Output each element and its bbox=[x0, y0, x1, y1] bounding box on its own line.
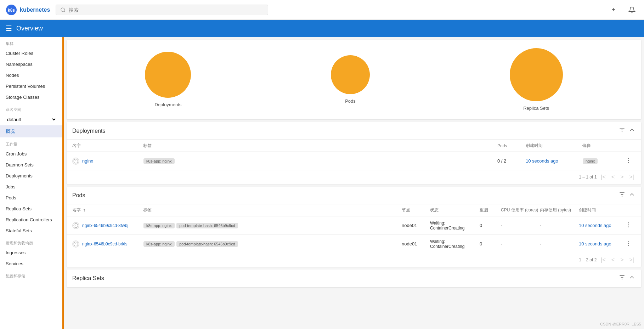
dep-row-name-col: nginx bbox=[72, 158, 143, 165]
pods-label: Pods bbox=[345, 98, 356, 104]
tag-chip: pod-template-hash: 6546b9c9cd bbox=[176, 223, 238, 228]
dep-row-name[interactable]: nginx bbox=[82, 158, 93, 164]
col-create-time: 创建时间 bbox=[526, 143, 582, 149]
dep-next-page-btn[interactable]: > bbox=[619, 173, 625, 181]
add-button[interactable]: + bbox=[607, 4, 620, 16]
svg-point-10 bbox=[628, 158, 629, 159]
svg-point-25 bbox=[628, 241, 629, 242]
tag-chip: k8s-app: nginx bbox=[143, 223, 175, 228]
col-label: 标签 bbox=[143, 143, 497, 149]
deployments-table: Deployments 名字 标签 Pods 创建时间 镜像 bbox=[67, 122, 641, 184]
pod-next-page-btn[interactable]: > bbox=[619, 256, 625, 264]
pod-row-0-labels: k8s-app: nginx pod-template-hash: 6546b9… bbox=[143, 222, 402, 229]
deployments-collapse-icon[interactable] bbox=[628, 126, 635, 135]
svg-text:k8s: k8s bbox=[8, 8, 15, 13]
dep-first-page-btn[interactable]: |< bbox=[599, 173, 607, 181]
svg-point-26 bbox=[628, 243, 629, 244]
pod-last-page-btn[interactable]: >| bbox=[628, 256, 636, 264]
sidebar-item-persistent-volumes[interactable]: Persistent Volumes bbox=[0, 81, 62, 92]
pods-collapse-icon[interactable] bbox=[628, 191, 635, 200]
page-title: Overview bbox=[16, 25, 43, 32]
pod-col-status: 状态 bbox=[430, 207, 480, 213]
sidebar-item-daemon-sets[interactable]: Daemon Sets bbox=[0, 159, 62, 170]
sidebar-item-storage-classes[interactable]: Storage Classes bbox=[0, 92, 62, 103]
pod-row-0-status: Waiting: ContainerCreating bbox=[430, 221, 480, 231]
pod-row-1-time-link[interactable]: 10 seconds ago bbox=[579, 241, 611, 246]
pods-col-headers: 名字 标签 节点 状态 重启 CPU 使用率 (cores) 内存使用 (byt… bbox=[67, 204, 641, 216]
summary-deployments: Deployments bbox=[145, 52, 191, 107]
summary-pods: Pods bbox=[331, 55, 370, 104]
pod-row-0-more[interactable] bbox=[625, 221, 635, 229]
replica-sets-collapse-icon[interactable] bbox=[628, 274, 635, 283]
pod-col-mem: 内存使用 (bytes) bbox=[540, 207, 579, 213]
config-section-label: 配置和存储 bbox=[0, 269, 62, 280]
notification-button[interactable] bbox=[626, 4, 638, 16]
search-input[interactable] bbox=[69, 7, 264, 13]
sidebar-item-replication-controllers[interactable]: Replication Controllers bbox=[0, 214, 62, 225]
bell-icon bbox=[628, 6, 635, 13]
col-name: 名字 bbox=[72, 143, 143, 149]
pods-pagination: 1 – 2 of 2 |< < > >| bbox=[67, 253, 641, 267]
pods-header-actions bbox=[618, 191, 635, 200]
dep-row-time: 10 seconds ago bbox=[526, 158, 582, 164]
pod-first-page-btn[interactable]: |< bbox=[599, 256, 607, 264]
kubernetes-logo-icon: k8s bbox=[6, 4, 17, 16]
sidebar-item-pods[interactable]: Pods bbox=[0, 192, 62, 203]
sidebar-item-services[interactable]: Services bbox=[0, 258, 62, 269]
top-bar: k8s kubernetes + bbox=[0, 0, 644, 20]
pod-col-cpu: CPU 使用率 (cores) bbox=[501, 207, 540, 213]
pod-row-0-name[interactable]: nginx-6546b9c9cd-8fwbj bbox=[82, 223, 128, 228]
search-bar[interactable] bbox=[56, 5, 268, 15]
replica-sets-title: Replica Sets bbox=[72, 275, 104, 282]
sidebar-item-ingresses[interactable]: Ingresses bbox=[0, 247, 62, 258]
dep-prev-page-btn[interactable]: < bbox=[610, 173, 616, 181]
pods-table-header: Pods bbox=[67, 187, 641, 204]
pod-col-restart: 重启 bbox=[480, 207, 501, 213]
pod-row-1-name[interactable]: nginx-6546b9c9cd-brkls bbox=[82, 242, 127, 246]
menu-icon[interactable]: ☰ bbox=[6, 24, 12, 33]
sidebar-item-overview[interactable]: 概况 bbox=[0, 125, 62, 137]
sidebar-item-namespaces[interactable]: Namespaces bbox=[0, 59, 62, 70]
sidebar-item-deployments[interactable]: Deployments bbox=[0, 170, 62, 181]
pod-row-0-name-col: nginx-6546b9c9cd-8fwbj bbox=[72, 222, 143, 229]
pod-row-0-memory: - bbox=[540, 223, 579, 228]
table-row: nginx-6546b9c9cd-brkls k8s-app: nginx po… bbox=[67, 235, 641, 253]
dep-last-page-btn[interactable]: >| bbox=[628, 173, 636, 181]
sidebar-item-jobs[interactable]: Jobs bbox=[0, 181, 62, 192]
logo-text: kubernetes bbox=[20, 7, 50, 13]
namespace-selector[interactable]: default bbox=[0, 114, 62, 125]
pod-row-0-time: 10 seconds ago bbox=[579, 223, 625, 228]
namespace-select[interactable]: default bbox=[6, 117, 57, 123]
pod-0-status-icon bbox=[72, 222, 79, 229]
cluster-section-label: 集群 bbox=[0, 37, 62, 48]
sidebar-item-cron-jobs[interactable]: Cron Jobs bbox=[0, 148, 62, 159]
dep-row-pods: 0 / 2 bbox=[497, 158, 526, 164]
pods-filter-icon[interactable] bbox=[618, 191, 626, 200]
tag-chip: pod-template-hash: 6546b9c9cd bbox=[176, 241, 238, 247]
dep-status-icon bbox=[72, 158, 79, 165]
svg-point-27 bbox=[628, 245, 629, 246]
pod-row-1-more[interactable] bbox=[625, 240, 635, 248]
svg-point-2 bbox=[61, 8, 64, 11]
sidebar-item-cluster-roles[interactable]: Cluster Roles bbox=[0, 48, 62, 59]
pod-col-label: 标签 bbox=[143, 207, 402, 213]
dep-row-more[interactable] bbox=[625, 157, 635, 165]
deployments-pagination-text: 1 – 1 of 1 bbox=[579, 175, 597, 180]
pod-row-1-time: 10 seconds ago bbox=[579, 241, 625, 246]
pod-prev-page-btn[interactable]: < bbox=[610, 256, 616, 264]
pod-row-1-memory: - bbox=[540, 241, 579, 246]
sidebar-item-nodes[interactable]: Nodes bbox=[0, 70, 62, 81]
deployments-filter-icon[interactable] bbox=[618, 126, 626, 135]
sidebar: 集群 Cluster Roles Namespaces Nodes Persis… bbox=[0, 37, 64, 329]
pod-row-1-cpu: - bbox=[501, 241, 540, 246]
deployments-header-actions bbox=[618, 126, 635, 135]
replica-sets-circle bbox=[510, 48, 563, 101]
sidebar-item-replica-sets[interactable]: Replica Sets bbox=[0, 203, 62, 214]
pod-row-1-name-col: nginx-6546b9c9cd-brkls bbox=[72, 240, 143, 248]
replica-sets-filter-icon[interactable] bbox=[618, 274, 626, 283]
sidebar-item-stateful-sets[interactable]: Stateful Sets bbox=[0, 225, 62, 236]
discovery-section-label: 发现和负载均衡 bbox=[0, 236, 62, 247]
pod-row-0-time-link[interactable]: 10 seconds ago bbox=[579, 223, 611, 228]
svg-line-3 bbox=[64, 11, 65, 12]
dep-row-time-link[interactable]: 10 seconds ago bbox=[526, 158, 558, 164]
